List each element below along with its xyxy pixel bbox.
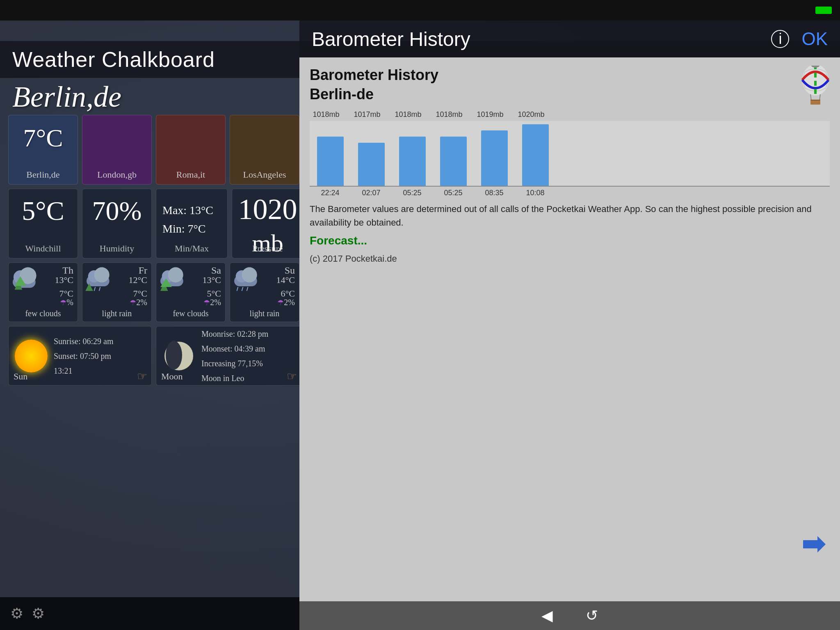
baro-top-bar: Barometer History i OK [299,21,840,57]
bar-label-5: 1020mb [515,110,548,119]
tile-london[interactable]: London,gb [82,115,152,185]
bar-chart [310,121,830,187]
svg-point-19 [242,267,257,283]
ok-button[interactable]: OK [801,29,828,49]
barometer-panel: Barometer History i OK Barometer History… [299,21,840,630]
minmax-text: Max: 13°C Min: 7°C [162,201,213,238]
sat-condition: few clouds [156,309,225,318]
tile-pressure[interactable]: 1020 mb Pressure ◀ [232,189,304,258]
roma-label: Roma,it [156,169,225,180]
city-tiles-row: 7°C Berlin,de London,gb Roma,it LosAngel… [8,115,308,185]
sun-temps: 14°C 6°C [276,273,295,300]
berlin-temp: 7°C [9,123,78,153]
svg-point-14 [168,267,183,283]
moon-sign: Moon in Leo [201,371,268,386]
baro-back-button[interactable]: ◀ [541,607,553,624]
svg-marker-31 [803,536,826,552]
tile-humidity[interactable]: 70% Humidity [82,189,152,258]
fri-weather-icon [84,265,115,292]
min-temp: Min: 7°C [162,220,213,238]
tile-roma[interactable]: Roma,it [156,115,226,185]
weather-grid: 7°C Berlin,de London,gb Roma,it LosAngel… [8,115,308,390]
thu-temps: 13°C 7°C [55,273,73,300]
tile-la[interactable]: LosAngeles [230,115,299,185]
app-background: Weather Chalkboard Berlin,de 7°C Berlin,… [0,21,840,630]
forecast-row: Th 13°C 7°C ☂% few clouds [8,262,308,322]
tile-windchill[interactable]: 5°C Windchill [8,189,78,258]
minmax-label: Min/Max [156,243,227,254]
forecast-sat[interactable]: Sa 13°C 5°C ☂2% few clouds [156,262,226,322]
sun-precip: ☂2% [277,298,295,307]
forecast-fri[interactable]: Fr 12°C 7°C ☂2% light rain [82,262,152,322]
svg-rect-29 [810,100,820,105]
tile-moon[interactable]: Moonrise: 02:28 pm Moonset: 04:39 am Inc… [156,326,301,386]
tile-berlin[interactable]: 7°C Berlin,de [8,115,78,185]
svg-line-21 [242,287,243,291]
sun-duration: 13:21 [54,363,114,378]
moonrise-text: Moonrise: 02:28 pm [201,326,268,341]
windchill-value: 5°C [9,195,78,226]
sat-temps: 13°C 5°C [203,273,221,300]
bar-label-3: 1018mb [433,110,466,119]
moon-icon [162,340,195,372]
bar-label-0: 1018mb [310,110,342,119]
baro-heading1: Barometer History [310,66,830,85]
humidity-label: Humidity [82,243,151,254]
sat-weather-icon [158,265,189,292]
bar-col-4 [478,130,511,186]
settings-cog2-icon[interactable]: ⚙ [32,605,45,622]
bar-times: 22:2402:0705:2505:2508:3510:08 [310,187,830,197]
sat-precip: ☂2% [203,298,221,307]
bar-labels-top: 1018mb1017mb1018mb1018mb1019mb1020mb [310,110,830,119]
sun-condition: light rain [230,309,299,318]
baro-refresh-button[interactable]: ↺ [586,607,598,624]
svg-point-7 [94,267,110,283]
battery-icon [815,7,832,14]
baro-panel-title: Barometer History [312,28,470,50]
svg-point-24 [166,341,182,370]
thu-condition: few clouds [9,309,78,318]
bar-chart-area: 1018mb1017mb1018mb1018mb1019mb1020mb 22:… [310,110,830,197]
bar-col-0 [314,137,347,186]
moon-phase: Increasing 77,15% [201,356,268,371]
app-title: Weather Chalkboard [12,47,215,72]
status-bar [0,0,840,21]
fri-condition: light rain [82,309,151,318]
sun-label: Sun [14,371,27,382]
baro-copyright: (c) 2017 Pocketkai.de [310,253,830,264]
tile-minmax[interactable]: Max: 13°C Min: 7°C Min/Max [156,189,228,258]
svg-line-28 [819,94,820,100]
moon-info: Moonrise: 02:28 pm Moonset: 04:39 am Inc… [201,326,268,386]
bar-time-1: 02:07 [355,189,388,197]
moon-label: Moon [161,371,183,382]
bar-time-5: 10:08 [519,189,552,197]
max-temp: Max: 13°C [162,201,213,220]
sun-moon-row: Sunrise: 06:29 am Sunset: 07:50 pm 13:21… [8,326,308,386]
settings-cog1-icon[interactable]: ⚙ [10,605,23,622]
bar-label-1: 1017mb [351,110,383,119]
forecast-thu[interactable]: Th 13°C 7°C ☂% few clouds [8,262,78,322]
baro-bottom-bar: ◀ ↺ [299,601,840,630]
svg-line-9 [94,287,96,291]
svg-line-10 [99,287,100,291]
bar-label-4: 1019mb [474,110,507,119]
info-button[interactable]: i [771,30,789,48]
bar-col-2 [396,137,429,186]
bar-0 [317,137,344,186]
forecast-link[interactable]: Forecast... [310,234,830,247]
forecast-sun[interactable]: Su 14°C 6°C ☂2% light rain [230,262,299,322]
bar-2 [399,137,426,186]
svg-line-20 [237,287,238,291]
bar-5 [522,124,549,186]
balloon-icon [799,66,832,98]
bar-col-3 [437,137,470,186]
humidity-value: 70% [82,195,151,226]
fri-temps: 12°C 7°C [129,273,147,300]
tile-sun[interactable]: Sunrise: 06:29 am Sunset: 07:50 pm 13:21… [8,326,152,386]
weather-data-row: 5°C Windchill 70% Humidity Max: 13°C Min… [8,189,308,258]
bar-col-5 [519,124,552,186]
sun-icon [15,340,48,372]
bar-time-4: 08:35 [478,189,511,197]
sunset-text: Sunset: 07:50 pm [54,349,114,363]
baro-heading2: Berlin-de [310,85,830,104]
